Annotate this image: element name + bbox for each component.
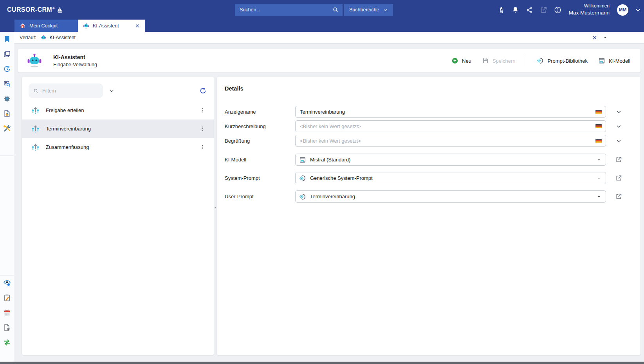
user-prompt-select[interactable]: Terminvereinbarung: [295, 190, 606, 203]
prompt-library-label: Prompt-Bibliothek: [547, 58, 588, 64]
notifications-bell-icon[interactable]: [512, 6, 519, 14]
begruessung-input[interactable]: [295, 135, 606, 147]
history-entry-link[interactable]: KI-Assistent: [49, 35, 76, 40]
page-title: KI-Assistent: [53, 54, 97, 60]
kebab-menu-icon[interactable]: [199, 107, 206, 114]
ki-model-icon: [299, 156, 306, 163]
app-logo: CURSOR-CRM®: [7, 6, 63, 13]
tab-bar: Mein Cockpit KI-Assistent: [0, 20, 644, 32]
system-prompt-select[interactable]: Generische System-Prompt: [295, 172, 606, 184]
close-icon[interactable]: [592, 35, 597, 40]
caret-down-icon[interactable]: [603, 36, 607, 40]
calendar-button[interactable]: [0, 305, 14, 320]
filter-input[interactable]: [42, 88, 98, 94]
chevron-down-icon: [383, 7, 388, 13]
watchlist-button[interactable]: [0, 275, 14, 290]
save-button[interactable]: Speichern: [482, 57, 516, 64]
filter-options-chevron-icon[interactable]: [109, 88, 114, 94]
user-menu-chevron-icon[interactable]: [635, 7, 641, 13]
list-item-selected[interactable]: Terminvereinbarung: [22, 120, 214, 138]
tasks-button[interactable]: [0, 290, 14, 305]
user-name: Max Mustermann: [569, 9, 610, 16]
form-row-begruessung: Begrüßung: [225, 135, 606, 147]
expand-translations-button[interactable]: [606, 138, 631, 144]
top-bar: CURSOR-CRM® Suchbereiche Willkommen Max …: [0, 0, 644, 20]
up-arrows-icon: [31, 106, 40, 115]
kurzbeschreibung-input[interactable]: [295, 120, 606, 132]
anzeigename-input[interactable]: [295, 106, 606, 118]
calendar-icon: [3, 309, 11, 317]
history-button[interactable]: [0, 62, 14, 76]
history-clock-icon: [3, 65, 11, 73]
details-panel: Details Anzeigename Kurzbeschreibung: [217, 77, 640, 355]
filter-search-icon: [33, 88, 39, 94]
ki-modell-select[interactable]: Mistral (Standard): [295, 154, 606, 166]
ki-model-button[interactable]: KI-Modell: [598, 57, 630, 64]
list-item[interactable]: Freigabe erteilen: [22, 101, 214, 120]
collapse-panel-handle[interactable]: [214, 204, 217, 212]
avatar[interactable]: MM: [617, 4, 628, 16]
share-icon[interactable]: [526, 6, 533, 14]
details-form: Anzeigename Kurzbeschreibung: [225, 106, 606, 203]
tab-ki-assistent[interactable]: KI-Assistent: [78, 20, 145, 32]
open-ki-modell-button[interactable]: [606, 156, 631, 163]
german-flag-icon: [595, 139, 602, 143]
tab-label: KI-Assistent: [93, 23, 119, 29]
document-settings-button[interactable]: [0, 320, 14, 335]
ki-modell-value: Mistral (Standard): [310, 157, 350, 163]
content-area: KI-Assistent Eingabe-Verwaltung Neu Spei…: [14, 43, 644, 364]
ki-assistent-robot-icon: [27, 53, 42, 69]
begruessung-field: [295, 135, 606, 147]
chevron-down-icon: [616, 123, 622, 129]
new-button-label: Neu: [462, 58, 471, 64]
expand-translations-button[interactable]: [606, 109, 631, 115]
list-item[interactable]: Zusammenfassung: [22, 138, 214, 156]
close-tab-icon[interactable]: [135, 24, 140, 28]
external-link-icon: [615, 156, 622, 163]
more-options-icon[interactable]: [554, 6, 561, 14]
external-link-icon[interactable]: [540, 6, 547, 14]
list-item-label: Freigabe erteilen: [46, 107, 84, 113]
filter-field[interactable]: [29, 83, 103, 98]
list-item-label: Zusammenfassung: [46, 144, 89, 150]
admin-tools-button[interactable]: [0, 121, 14, 136]
search-records-button[interactable]: [0, 76, 14, 91]
search-scopes-button[interactable]: Suchbereiche: [344, 4, 393, 16]
field-label: System-Prompt: [225, 175, 295, 181]
reports-button[interactable]: [0, 106, 14, 121]
field-label: User-Prompt: [225, 194, 295, 199]
refresh-icon[interactable]: [199, 87, 207, 94]
history-bar-actions: [592, 35, 607, 40]
field-label: Kurzbeschreibung: [225, 123, 295, 129]
search-input[interactable]: [240, 7, 332, 13]
welcome-text: Willkommen Max Mustermann: [569, 3, 610, 16]
new-button[interactable]: Neu: [451, 57, 471, 64]
bookmarks-button[interactable]: [0, 32, 14, 47]
up-arrows-icon: [31, 143, 40, 152]
window-bottom-edge: [0, 362, 644, 364]
open-user-prompt-button[interactable]: [606, 193, 631, 200]
form-row-user-prompt: User-Prompt Terminvereinbarung: [225, 190, 606, 203]
kebab-menu-icon[interactable]: [199, 125, 206, 132]
prompt-icon: [537, 57, 544, 64]
sync-button[interactable]: [0, 335, 14, 350]
process-button[interactable]: [0, 91, 14, 106]
windows-button[interactable]: [0, 47, 14, 62]
list-item-label: Terminvereinbarung: [46, 126, 91, 132]
open-system-prompt-button[interactable]: [606, 175, 631, 181]
search-icon[interactable]: [332, 7, 339, 13]
filter-row: [22, 83, 214, 98]
kebab-menu-icon[interactable]: [199, 144, 206, 150]
tab-mein-cockpit[interactable]: Mein Cockpit: [14, 20, 78, 32]
chevron-down-icon: [616, 138, 622, 144]
global-search[interactable]: [235, 4, 343, 16]
prompt-library-button[interactable]: Prompt-Bibliothek: [537, 57, 588, 64]
lighthouse-icon[interactable]: [498, 6, 505, 14]
caret-down-icon: [597, 176, 601, 180]
prompt-icon: [299, 193, 306, 200]
document-search-icon: [3, 80, 11, 88]
prompt-list: Freigabe erteilen Terminvereinbarung Zus…: [22, 101, 214, 156]
workspace: Verlauf: KI-Assistent KI-Assistent Einga…: [0, 32, 644, 364]
details-heading: Details: [225, 85, 606, 92]
expand-translations-button[interactable]: [606, 123, 631, 129]
